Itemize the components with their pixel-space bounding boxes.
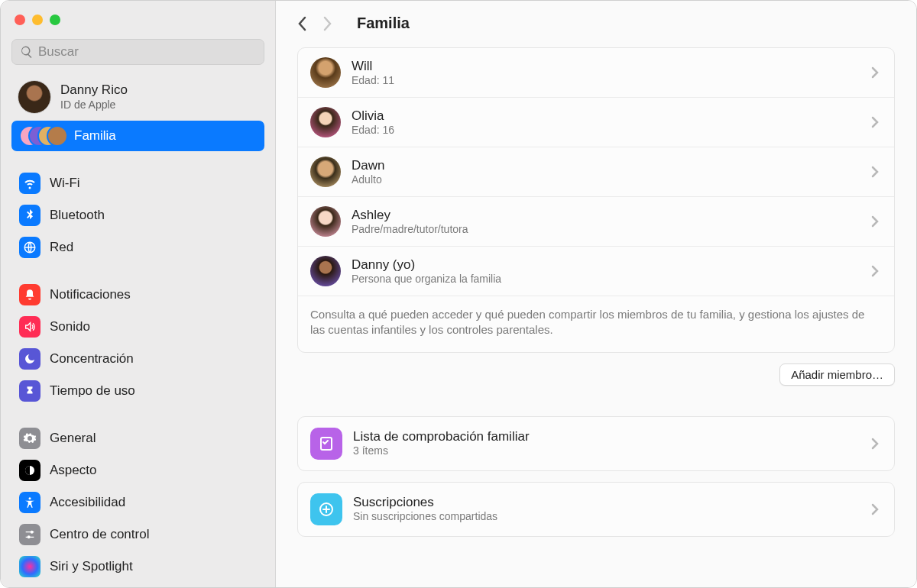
member-name: Will [352, 58, 860, 74]
sidebar-item-label: Concentración [50, 351, 134, 367]
sidebar-item-concentracion[interactable]: Concentración [11, 344, 264, 374]
member-name: Dawn [352, 157, 860, 173]
add-member-row: Añadir miembro… [276, 363, 916, 416]
sidebar-item-red[interactable]: Red [11, 232, 264, 263]
chevron-right-icon [871, 438, 882, 450]
forward-button[interactable] [322, 15, 332, 32]
family-member-row[interactable]: Olivia Edad: 16 [298, 98, 894, 147]
chevron-right-icon [871, 166, 882, 178]
sidebar-item-label: Bluetooth [50, 208, 105, 223]
account-avatar [18, 80, 51, 114]
sidebar-item-aspecto[interactable]: Aspecto [11, 455, 264, 486]
familia-avatar-stack [19, 125, 65, 147]
minimize-window-button[interactable] [32, 15, 43, 25]
sidebar-item-label: Notificaciones [50, 287, 131, 302]
member-sub: Padre/madre/tutor/tutora [352, 223, 860, 237]
back-button[interactable] [297, 15, 308, 32]
sidebar-item-label: Siri y Spotlight [50, 559, 133, 574]
chevron-right-icon [871, 265, 882, 277]
member-sub: Edad: 11 [352, 74, 860, 88]
checklist-sub: 3 ítems [353, 444, 860, 458]
member-name: Danny (yo) [352, 257, 860, 273]
search-icon [20, 45, 34, 59]
family-member-row[interactable]: Danny (yo) Persona que organiza la famil… [298, 247, 894, 296]
appearance-icon [19, 460, 41, 481]
sidebar-item-wifi[interactable]: Wi-Fi [11, 168, 264, 199]
subscriptions-row[interactable]: Suscripciones Sin suscripciones comparti… [298, 483, 894, 536]
member-sub: Edad: 16 [352, 124, 860, 137]
svg-rect-5 [321, 438, 332, 450]
svg-point-3 [31, 531, 33, 533]
checklist-icon [310, 428, 342, 460]
sidebar-item-familia[interactable]: Familia [11, 121, 264, 151]
sidebar-item-label: Centro de control [50, 527, 149, 542]
close-window-button[interactable] [15, 15, 25, 25]
account-text: Danny Rico ID de Apple [60, 82, 128, 111]
bell-icon [19, 284, 41, 305]
chevron-right-icon [871, 503, 882, 515]
svg-point-4 [28, 536, 30, 538]
sidebar-item-tiempo[interactable]: Tiempo de uso [11, 376, 264, 406]
settings-window: Danny Rico ID de Apple Familia Wi-Fi Blu… [0, 0, 917, 588]
sidebar: Danny Rico ID de Apple Familia Wi-Fi Blu… [1, 1, 276, 587]
add-member-button[interactable]: Añadir miembro… [779, 363, 895, 386]
checklist-row[interactable]: Lista de comprobación familiar 3 ítems [298, 417, 894, 470]
avatar [310, 57, 341, 88]
sidebar-item-accesibilidad[interactable]: Accesibilidad [11, 487, 264, 518]
bluetooth-icon [19, 205, 41, 226]
sidebar-item-label: Accesibilidad [50, 495, 125, 510]
chevron-right-icon [871, 116, 882, 128]
sidebar-item-label: Tiempo de uso [50, 383, 135, 399]
sidebar-item-bluetooth[interactable]: Bluetooth [11, 200, 264, 231]
search-box[interactable] [11, 39, 264, 65]
sidebar-item-label: Aspecto [50, 463, 96, 478]
sidebar-item-centro-control[interactable]: Centro de control [11, 519, 264, 550]
member-sub: Persona que organiza la familia [352, 273, 860, 286]
account-sub: ID de Apple [60, 99, 128, 111]
member-name: Ashley [352, 207, 860, 223]
accessibility-icon [19, 492, 41, 513]
sidebar-item-label: General [50, 431, 96, 446]
sidebar-item-sonido[interactable]: Sonido [11, 312, 264, 342]
search-input[interactable] [38, 44, 256, 60]
avatar [310, 157, 341, 187]
sidebar-account[interactable]: Danny Rico ID de Apple [11, 74, 264, 120]
fullscreen-window-button[interactable] [50, 15, 60, 25]
sidebar-item-label: Wi-Fi [50, 176, 80, 191]
sidebar-item-label: Familia [74, 128, 116, 144]
family-member-row[interactable]: Dawn Adulto [298, 147, 894, 197]
svg-point-2 [29, 497, 31, 499]
sliders-icon [19, 524, 41, 545]
sidebar-item-label: Sonido [50, 319, 90, 334]
panel-description: Consulta a qué pueden acceder y qué pued… [298, 296, 894, 352]
gear-icon [19, 428, 41, 449]
account-name: Danny Rico [60, 82, 128, 98]
avatar [310, 206, 341, 237]
speaker-icon [19, 316, 41, 338]
moon-icon [19, 348, 41, 370]
chevron-right-icon [871, 66, 882, 79]
wifi-icon [19, 173, 41, 194]
checklist-title: Lista de comprobación familiar [353, 428, 860, 444]
subscriptions-sub: Sin suscripciones compartidas [353, 510, 860, 524]
family-member-row[interactable]: Will Edad: 11 [298, 48, 894, 98]
member-sub: Adulto [352, 173, 860, 187]
chevron-right-icon [871, 215, 882, 228]
avatar [310, 256, 341, 286]
checklist-panel: Lista de comprobación familiar 3 ítems [297, 416, 895, 471]
globe-icon [19, 237, 41, 258]
sidebar-item-siri[interactable]: Siri y Spotlight [11, 551, 264, 582]
page-title: Familia [357, 15, 410, 32]
window-controls [11, 10, 264, 39]
family-member-row[interactable]: Ashley Padre/madre/tutor/tutora [298, 197, 894, 247]
main-content: Familia Will Edad: 11 Olivia Edad: 16 [276, 1, 916, 587]
hourglass-icon [19, 380, 41, 402]
subscriptions-icon [310, 493, 342, 525]
sidebar-item-notificaciones[interactable]: Notificaciones [11, 279, 264, 310]
sidebar-item-general[interactable]: General [11, 423, 264, 454]
subscriptions-panel: Suscripciones Sin suscripciones comparti… [297, 482, 895, 537]
family-members-panel: Will Edad: 11 Olivia Edad: 16 [297, 47, 895, 353]
subscriptions-title: Suscripciones [353, 494, 860, 510]
siri-icon [19, 556, 41, 577]
header: Familia [276, 1, 916, 47]
